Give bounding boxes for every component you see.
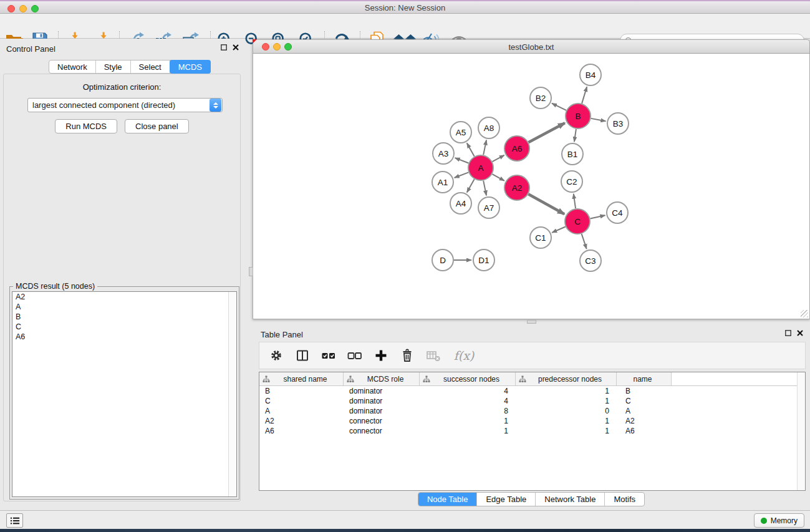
tab-style[interactable]: Style [96,60,131,73]
float-panel-icon[interactable] [221,44,227,51]
tab-network-table[interactable]: Network Table [535,493,604,506]
table-cell[interactable]: 1 [516,387,617,395]
result-item[interactable]: B [12,312,236,322]
window-resize-grip[interactable] [801,310,808,317]
table-cell[interactable]: B [259,387,344,395]
edge-A-A7[interactable] [483,181,486,196]
close-panel-icon[interactable] [233,44,239,51]
node-label-C4: C4 [612,208,623,218]
table-cell[interactable]: 4 [420,387,516,395]
table-cell[interactable]: C [617,397,672,405]
table-cell[interactable]: connector [344,427,420,435]
table-cell[interactable]: A2 [617,417,672,425]
node-label-D1: D1 [478,256,489,265]
table-cell[interactable]: B [617,387,672,395]
edge-A2-C[interactable] [528,194,564,214]
show-columns-button[interactable] [293,346,312,365]
edge-A-A4[interactable] [467,179,475,192]
network-graph[interactable]: B4B2BB3A8A5A6A3B1AA1C2A2A4A7C4CC1DD1C3 [253,54,809,318]
edge-A-A5[interactable] [467,143,475,156]
select-all-columns-button[interactable] [319,346,338,365]
column-header-name[interactable]: name [617,372,672,385]
edge-C-C4[interactable] [591,215,605,218]
node-table[interactable]: shared name MCDS role successor nodes pr… [259,372,806,491]
table-cell[interactable]: 0 [516,407,617,415]
close-panel-icon[interactable] [797,330,803,336]
table-cell[interactable]: connector [344,417,420,425]
divider-handle-left[interactable] [249,267,253,276]
table-cell[interactable]: 4 [420,397,516,405]
delete-column-button[interactable] [398,346,417,365]
table-cell[interactable]: 1 [516,427,617,435]
tab-edge-table[interactable]: Edge Table [476,493,535,506]
table-cell[interactable]: C [259,397,344,405]
node-label-B: B [575,112,581,121]
edge-B-B2[interactable] [552,104,566,110]
edge-A-A2[interactable] [492,174,504,181]
edge-A6-B[interactable] [529,123,565,142]
fx-label: f(x) [454,349,475,362]
table-row[interactable]: A2connector11A2 [259,416,805,426]
edge-B-B4[interactable] [582,87,587,104]
table-cell[interactable]: 1 [516,397,617,405]
table-cell[interactable]: A6 [259,427,344,435]
table-cell[interactable]: A [617,407,672,415]
column-header-predecessor-nodes[interactable]: predecessor nodes [516,372,617,385]
edge-A-A3[interactable] [455,158,469,163]
result-item[interactable]: A2 [12,292,236,302]
result-item[interactable]: A6 [12,332,236,342]
edge-C-C3[interactable] [582,234,587,249]
tab-motifs[interactable]: Motifs [604,493,644,506]
criterion-dropdown[interactable]: largest connected component (directed) [27,98,223,112]
column-header-shared-name[interactable]: shared name [259,372,344,385]
unselect-all-columns-button[interactable] [345,346,364,365]
function-builder-button-disabled: f(x) [450,346,478,365]
column-header-successor-nodes[interactable]: successor nodes [420,372,516,385]
node-label-B1: B1 [567,150,578,159]
tab-network[interactable]: Network [49,60,96,73]
tab-node-table[interactable]: Node Table [418,493,477,506]
table-cell[interactable]: dominator [344,407,420,415]
table-cell[interactable]: dominator [344,387,420,395]
edge-B-B3[interactable] [591,118,606,121]
edge-C-C1[interactable] [552,226,565,232]
close-panel-button[interactable]: Close panel [125,119,189,133]
edge-A-A6[interactable] [493,155,504,162]
edge-A-A8[interactable] [483,140,486,155]
column-header-MCDS-role[interactable]: MCDS role [344,372,420,385]
table-cell[interactable]: A [259,407,344,415]
network-canvas[interactable]: B4B2BB3A8A5A6A3B1AA1C2A2A4A7C4CC1DD1C3 [253,54,810,319]
table-cell[interactable]: A2 [259,417,344,425]
edge-B-B1[interactable] [574,129,576,142]
desktop-background [0,529,810,532]
table-row[interactable]: Cdominator41C [259,396,805,406]
divider-handle-bottom[interactable] [527,320,536,324]
create-column-button[interactable] [372,346,390,365]
tab-mcds[interactable]: MCDS [170,60,211,74]
memory-button[interactable]: Memory [754,513,804,528]
table-row[interactable]: Adominator80A [259,406,805,416]
table-cell[interactable]: 1 [420,417,516,425]
table-cell[interactable]: dominator [344,397,420,405]
network-window-titlebar[interactable]: testGlobe.txt [253,39,810,54]
node-label-A3: A3 [438,149,449,158]
mcds-result-list[interactable]: A2ABCA6 [12,291,237,497]
memory-status-dot [761,518,767,524]
table-cell[interactable]: 1 [516,417,617,425]
float-panel-icon[interactable] [785,330,791,336]
run-mcds-button[interactable]: Run MCDS [55,119,117,133]
edge-C-C2[interactable] [574,194,576,208]
table-cell[interactable]: A6 [617,427,672,435]
table-row[interactable]: A6connector11A6 [259,426,805,436]
task-history-button[interactable] [6,513,23,528]
result-item[interactable]: C [12,322,236,332]
result-scrollbar[interactable] [228,292,236,496]
table-settings-button[interactable] [267,346,286,365]
table-scrollbar[interactable] [797,372,805,490]
tab-select[interactable]: Select [131,60,170,73]
table-row[interactable]: Bdominator41B [259,386,805,396]
table-cell[interactable]: 1 [420,427,516,435]
edge-A-A1[interactable] [455,172,469,178]
result-item[interactable]: A [12,302,236,312]
table-cell[interactable]: 8 [420,407,516,415]
